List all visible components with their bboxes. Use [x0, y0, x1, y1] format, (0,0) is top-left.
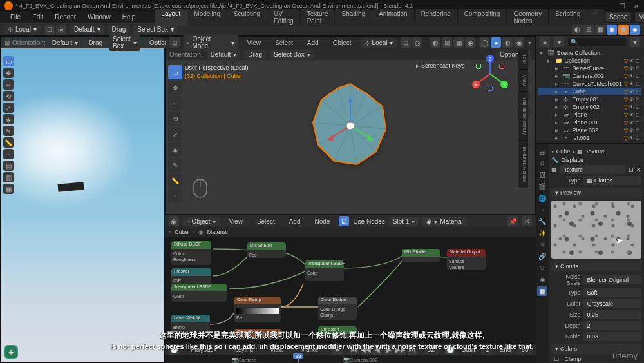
editor-type-icon[interactable]: ⊞ — [5, 37, 10, 48]
ptab-world[interactable]: 🌐 — [537, 193, 547, 203]
render-viewport[interactable]: ⊞ Orientation: Default ▾ Drag Select Box… — [0, 36, 165, 363]
rv-annot-icon[interactable]: ✎ — [3, 126, 14, 136]
ne-x-icon[interactable]: ✕ — [522, 216, 532, 226]
p-size[interactable]: 0.25 — [583, 310, 641, 319]
rv-addcube-icon[interactable]: ▫ — [3, 149, 14, 159]
node-colordodge[interactable]: Color Dodge Color DodgeClamp — [318, 297, 357, 320]
outliner-item-camera-002[interactable]: ▸📷Camera.002▽ 👁 ⊡ — [538, 72, 641, 80]
ptab-view[interactable]: 🖼 — [537, 170, 547, 180]
tool1-icon[interactable]: ◐ — [572, 25, 582, 35]
vp-selectbox-icon[interactable]: ▭ — [168, 65, 182, 79]
ne-select[interactable]: Select — [252, 217, 280, 226]
p-ccolor[interactable]: Grayscale — [583, 299, 641, 308]
vp-rendered-icon[interactable]: ◉ — [514, 37, 524, 48]
outliner-item-curvestomesh-001[interactable]: ▸〰CurvesToMesh.001▽ 👁 ⊡ — [538, 80, 641, 88]
ptab-obj[interactable]: ▫ — [537, 204, 547, 215]
vp-selbox2[interactable]: Select Box ▾ — [270, 50, 314, 59]
out-scene-coll[interactable]: ▾🎬Scene Collection — [538, 49, 641, 57]
node-ramp[interactable]: Color Ramp Fac — [234, 297, 281, 322]
vp-solid-icon[interactable]: ● — [491, 37, 501, 48]
vp-mode[interactable]: ▫ Object Mode ▾ — [184, 34, 238, 51]
vp-drag2[interactable]: Drag — [244, 50, 266, 59]
outliner-item-plane-002[interactable]: ▸▱Plane.002▽ 👁 ⊡ — [538, 126, 641, 134]
ptab-output[interactable]: ⎙ — [537, 158, 547, 168]
tab-shading[interactable]: Shading — [335, 9, 372, 26]
rv-selbox[interactable]: Select Box ▾ — [109, 34, 140, 51]
p-obj[interactable]: Cube — [556, 148, 571, 155]
rv-scale-icon[interactable]: ⤢ — [3, 103, 14, 113]
rv-cursor-icon[interactable]: ✥ — [3, 68, 14, 78]
tab-texpaint[interactable]: Texture Paint — [301, 9, 335, 26]
tab-add[interactable]: + — [587, 9, 604, 26]
vp-wire-icon[interactable]: ◯ — [479, 37, 489, 48]
node-mix1[interactable]: Mix Shader Fac — [247, 242, 286, 258]
rtab-view[interactable]: View — [518, 70, 528, 92]
rv-t1-icon[interactable]: ▤ — [3, 161, 14, 171]
bc-mat[interactable]: Material — [207, 229, 228, 235]
tab-modeling[interactable]: Modeling — [187, 9, 227, 26]
p-clamp[interactable]: Clamp — [564, 356, 581, 362]
rv-select-icon[interactable]: ▭ — [3, 56, 14, 66]
out-type-icon[interactable]: ≡ — [540, 37, 550, 47]
close-button[interactable]: ✕ — [632, 2, 640, 10]
ne-node[interactable]: Node — [309, 217, 335, 226]
ptab-render[interactable]: 🖨 — [537, 146, 547, 157]
p-noise[interactable]: Blender Original — [583, 275, 641, 284]
ne-add[interactable]: Add — [284, 217, 306, 226]
rv-t3-icon[interactable]: ▦ — [3, 184, 14, 194]
p-ctype[interactable]: Soft — [583, 288, 641, 297]
node-editor[interactable]: ◉ ▫ Object ▾ View Select Add Node ☑ Use … — [165, 215, 536, 344]
ptab-constraint[interactable]: 🔗 — [537, 251, 547, 261]
bc-obj[interactable]: Cube — [175, 229, 189, 235]
vp-view[interactable]: View — [242, 38, 267, 48]
tab-render[interactable]: Rendering — [415, 9, 457, 26]
vp-scale-icon[interactable]: ⤢ — [168, 127, 182, 141]
marker-cam1[interactable]: 📷Camera — [232, 357, 256, 363]
viewlayer-dropdown[interactable]: ViewLayer — [635, 12, 644, 22]
ptab-physics[interactable]: ⚛ — [537, 239, 547, 250]
rv-rotate-icon[interactable]: ⟲ — [3, 91, 14, 101]
rv-drag[interactable]: Drag — [84, 38, 106, 48]
vp-addcube-icon[interactable]: ▫ — [168, 189, 182, 203]
vp-overlay-icon[interactable]: ⊞ — [442, 37, 452, 48]
node-diffuse[interactable]: Diffuse BSDF ColorRoughness — [171, 241, 211, 265]
ne-material[interactable]: ◉ ▾ Material — [422, 217, 466, 226]
node-trans[interactable]: Transparent BSDF Color — [171, 284, 227, 302]
ptab-scene[interactable]: 🎬 — [537, 181, 547, 191]
rv-measure-icon[interactable]: 📏 — [3, 137, 14, 148]
orientation-dropdown[interactable]: ⊹ Local ▾ — [4, 25, 41, 34]
vp-snap1-icon[interactable]: ⊡ — [401, 37, 411, 48]
panel-preview[interactable]: ▾ Preview — [551, 188, 641, 198]
vp-add[interactable]: Add — [302, 38, 324, 48]
p-texsel[interactable]: Texture — [560, 165, 626, 174]
cube-mesh[interactable] — [299, 74, 402, 177]
tool2-icon[interactable]: ⊞ — [583, 25, 594, 35]
vp-xray2-icon[interactable]: ◉ — [465, 37, 475, 48]
node-output[interactable]: Material Output SurfaceVolume — [447, 249, 486, 270]
tab-sculpting[interactable]: Sculpting — [227, 9, 267, 26]
outliner-item-b-ziercurve[interactable]: ▸〰BézierCurve▽ 👁 ⊡ — [538, 64, 641, 72]
vp-transform-icon[interactable]: ◈ — [168, 142, 182, 157]
add-overlay-button[interactable]: + — [4, 345, 18, 359]
vp-snap2-icon[interactable]: ◎ — [412, 37, 422, 48]
scene-dropdown[interactable]: Scene — [605, 12, 631, 22]
vp-matprev-icon[interactable]: ◐ — [502, 37, 513, 48]
ne-mode[interactable]: ▫ Object ▾ — [183, 217, 220, 226]
ptab-material[interactable]: ◉ — [537, 274, 547, 284]
menu-file[interactable]: File — [5, 12, 26, 22]
outliner-search[interactable]: 🔍 — [568, 38, 626, 46]
ptab-data[interactable]: ▽ — [537, 262, 547, 273]
rtab-textures[interactable]: Textures/Noises — [518, 141, 528, 188]
node-transbsdf2[interactable]: Transparent BSDF Color — [305, 260, 344, 281]
ne-slot[interactable]: Slot 1 ▾ — [389, 217, 419, 226]
outliner-item-plane-001[interactable]: ▸▱Plane.001▽ 👁 ⊡ — [538, 119, 641, 126]
ptab-particle[interactable]: ✨ — [537, 228, 547, 238]
outliner-item-empty-002[interactable]: ▸⊹Empty.002▽ 👁 ⊡ — [538, 103, 641, 111]
vp-rotate-icon[interactable]: ⟲ — [168, 112, 182, 126]
ne-usenodes-check[interactable]: ☑ — [339, 216, 349, 226]
vp-select[interactable]: Select — [270, 38, 298, 48]
tab-script[interactable]: Scripting — [549, 9, 587, 26]
vp-local[interactable]: ⊹ Local ▾ — [361, 38, 397, 48]
selectbox-dropdown[interactable]: Select Box ▾ — [133, 25, 178, 34]
ne-type-icon[interactable]: ◉ — [169, 216, 179, 226]
